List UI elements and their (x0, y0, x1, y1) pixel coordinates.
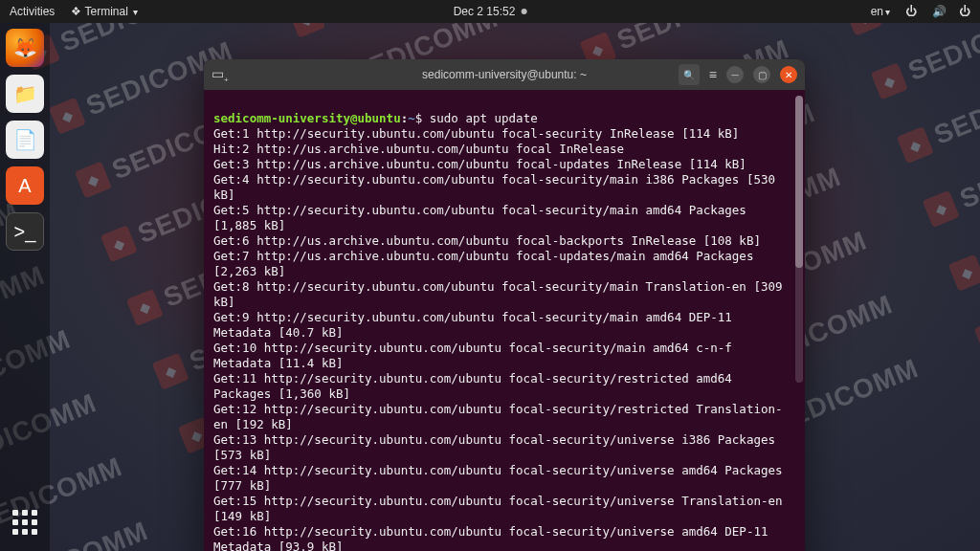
network-icon[interactable]: ⏻ (905, 5, 917, 18)
clock-text: Dec 2 15:52 (454, 5, 516, 18)
dock-terminal[interactable]: >_ (6, 212, 44, 251)
files-icon: 📁 (13, 82, 37, 105)
terminal-body[interactable]: sedicomm-university@ubuntu:~$ sudo apt u… (204, 90, 805, 551)
terminal-icon: ❖ (70, 5, 81, 18)
command-text: sudo apt update (430, 111, 538, 125)
dock-software[interactable]: A (6, 166, 44, 205)
window-titlebar[interactable]: ▭+ sedicomm-university@ubuntu: ~ 🔍 ≡ ─ ▢… (204, 59, 805, 90)
search-icon: 🔍 (683, 70, 695, 80)
close-button[interactable]: ✕ (780, 66, 797, 83)
scrollbar-thumb[interactable] (795, 96, 803, 268)
firefox-icon: 🦊 (13, 36, 37, 59)
new-tab-button[interactable]: ▭+ (212, 66, 229, 84)
prompt-user: sedicomm-university@ubuntu (213, 111, 401, 125)
input-source[interactable]: en (871, 5, 890, 18)
search-button[interactable]: 🔍 (679, 64, 700, 85)
maximize-button[interactable]: ▢ (753, 66, 770, 83)
gnome-topbar: Activities ❖ Terminal Dec 2 15:52 en ⏻ 🔊… (0, 0, 980, 23)
terminal-icon: >_ (14, 221, 36, 243)
prompt-symbol: $ (415, 111, 423, 125)
close-icon: ✕ (785, 70, 792, 80)
power-icon[interactable]: ⏻ (959, 5, 970, 18)
window-title: sedicomm-university@ubuntu: ~ (422, 68, 587, 81)
prompt-path: ~ (408, 111, 415, 125)
dock-firefox[interactable]: 🦊 (6, 29, 44, 67)
software-icon: A (18, 175, 31, 197)
show-applications-button[interactable] (6, 503, 44, 541)
minimize-button[interactable]: ─ (726, 66, 744, 83)
clock[interactable]: Dec 2 15:52 (454, 5, 527, 18)
terminal-output: Get:1 http://security.ubuntu.com/ubuntu … (213, 126, 797, 551)
activities-button[interactable]: Activities (10, 5, 55, 18)
dock-files[interactable]: 📁 (6, 75, 44, 113)
scrollbar[interactable] (795, 96, 803, 383)
notification-dot-icon (521, 9, 526, 14)
hamburger-menu-button[interactable]: ≡ (709, 67, 717, 82)
dock-writer[interactable]: 📄 (6, 121, 44, 159)
terminal-window: ▭+ sedicomm-university@ubuntu: ~ 🔍 ≡ ─ ▢… (204, 59, 805, 551)
volume-icon[interactable]: 🔊 (932, 5, 944, 18)
app-menu-label: Terminal (84, 5, 127, 18)
document-icon: 📄 (13, 128, 37, 151)
dock: 🦊 📁 📄 A >_ (0, 23, 50, 551)
app-menu[interactable]: ❖ Terminal (70, 5, 138, 18)
